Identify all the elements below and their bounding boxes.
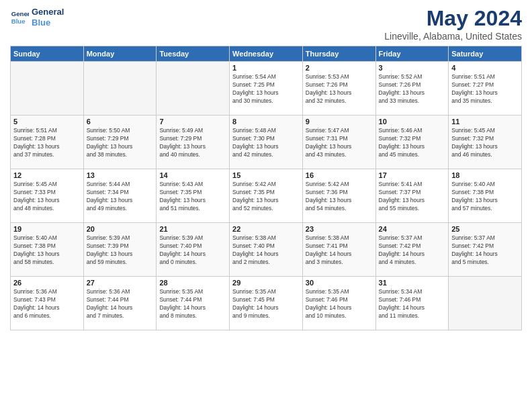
day-number: 10 bbox=[379, 118, 446, 126]
day-number: 26 bbox=[13, 279, 81, 287]
calendar-cell: 16Sunrise: 5:42 AMSunset: 7:36 PMDayligh… bbox=[302, 169, 375, 223]
calendar-cell: 23Sunrise: 5:38 AMSunset: 7:41 PMDayligh… bbox=[302, 223, 375, 277]
logo-general: General bbox=[32, 7, 64, 17]
column-header-friday: Friday bbox=[375, 46, 449, 62]
day-detail: Sunrise: 5:49 AMSunset: 7:29 PMDaylight:… bbox=[159, 127, 226, 159]
day-number: 29 bbox=[232, 279, 300, 287]
day-detail: Sunrise: 5:39 AMSunset: 7:40 PMDaylight:… bbox=[159, 234, 226, 267]
calendar-cell: 26Sunrise: 5:36 AMSunset: 7:43 PMDayligh… bbox=[11, 277, 84, 330]
calendar-table: SundayMondayTuesdayWednesdayThursdayFrid… bbox=[10, 46, 522, 330]
day-detail: Sunrise: 5:42 AMSunset: 7:35 PMDaylight:… bbox=[232, 181, 300, 213]
day-number: 22 bbox=[232, 225, 300, 233]
main-title: May 2024 bbox=[384, 7, 522, 30]
day-number: 9 bbox=[306, 118, 373, 126]
day-number: 20 bbox=[87, 225, 154, 233]
day-detail: Sunrise: 5:42 AMSunset: 7:36 PMDaylight:… bbox=[306, 181, 373, 213]
day-number: 15 bbox=[232, 171, 300, 179]
day-number: 3 bbox=[379, 64, 446, 72]
day-number: 23 bbox=[306, 225, 373, 233]
day-number: 7 bbox=[159, 118, 226, 126]
day-detail: Sunrise: 5:45 AMSunset: 7:33 PMDaylight:… bbox=[13, 181, 81, 213]
calendar-cell bbox=[11, 62, 84, 116]
day-detail: Sunrise: 5:47 AMSunset: 7:31 PMDaylight:… bbox=[306, 127, 373, 159]
calendar-week-row: 1Sunrise: 5:54 AMSunset: 7:25 PMDaylight… bbox=[11, 62, 522, 116]
day-number: 13 bbox=[87, 171, 154, 179]
day-detail: Sunrise: 5:37 AMSunset: 7:42 PMDaylight:… bbox=[379, 234, 446, 267]
day-detail: Sunrise: 5:35 AMSunset: 7:45 PMDaylight:… bbox=[232, 288, 300, 320]
header: General Blue General Blue May 2024 Linev… bbox=[10, 7, 522, 42]
logo: General Blue General Blue bbox=[10, 7, 64, 28]
day-detail: Sunrise: 5:40 AMSunset: 7:38 PMDaylight:… bbox=[13, 234, 81, 267]
day-number: 27 bbox=[87, 279, 154, 287]
day-detail: Sunrise: 5:35 AMSunset: 7:46 PMDaylight:… bbox=[306, 288, 373, 320]
calendar-cell: 11Sunrise: 5:45 AMSunset: 7:32 PMDayligh… bbox=[449, 116, 522, 169]
column-header-wednesday: Wednesday bbox=[230, 46, 303, 62]
day-detail: Sunrise: 5:38 AMSunset: 7:41 PMDaylight:… bbox=[306, 234, 373, 267]
calendar-week-row: 26Sunrise: 5:36 AMSunset: 7:43 PMDayligh… bbox=[11, 277, 522, 330]
day-number: 4 bbox=[451, 64, 519, 72]
day-number: 17 bbox=[379, 171, 446, 179]
day-number: 1 bbox=[232, 64, 300, 72]
day-number: 30 bbox=[306, 279, 373, 287]
day-detail: Sunrise: 5:48 AMSunset: 7:30 PMDaylight:… bbox=[232, 127, 300, 159]
title-block: May 2024 Lineville, Alabama, United Stat… bbox=[384, 7, 522, 42]
day-detail: Sunrise: 5:34 AMSunset: 7:46 PMDaylight:… bbox=[379, 288, 446, 320]
day-number: 2 bbox=[306, 64, 373, 72]
calendar-cell: 22Sunrise: 5:38 AMSunset: 7:40 PMDayligh… bbox=[230, 223, 303, 277]
calendar-cell: 15Sunrise: 5:42 AMSunset: 7:35 PMDayligh… bbox=[230, 169, 303, 223]
day-number: 28 bbox=[159, 279, 226, 287]
calendar-cell: 5Sunrise: 5:51 AMSunset: 7:28 PMDaylight… bbox=[11, 116, 84, 169]
calendar-cell bbox=[83, 62, 157, 116]
calendar-cell: 4Sunrise: 5:51 AMSunset: 7:27 PMDaylight… bbox=[449, 62, 522, 116]
day-detail: Sunrise: 5:36 AMSunset: 7:43 PMDaylight:… bbox=[13, 288, 81, 320]
day-detail: Sunrise: 5:38 AMSunset: 7:40 PMDaylight:… bbox=[232, 234, 300, 267]
calendar-cell: 20Sunrise: 5:39 AMSunset: 7:39 PMDayligh… bbox=[83, 223, 157, 277]
calendar-cell bbox=[157, 62, 230, 116]
calendar-cell: 14Sunrise: 5:43 AMSunset: 7:35 PMDayligh… bbox=[157, 169, 230, 223]
day-detail: Sunrise: 5:35 AMSunset: 7:44 PMDaylight:… bbox=[159, 288, 226, 320]
calendar-cell bbox=[449, 277, 522, 330]
day-number: 16 bbox=[306, 171, 373, 179]
calendar-cell: 7Sunrise: 5:49 AMSunset: 7:29 PMDaylight… bbox=[157, 116, 230, 169]
subtitle: Lineville, Alabama, United States bbox=[384, 31, 522, 42]
column-header-tuesday: Tuesday bbox=[157, 46, 230, 62]
day-detail: Sunrise: 5:36 AMSunset: 7:44 PMDaylight:… bbox=[87, 288, 154, 320]
calendar-cell: 2Sunrise: 5:53 AMSunset: 7:26 PMDaylight… bbox=[302, 62, 375, 116]
calendar-week-row: 5Sunrise: 5:51 AMSunset: 7:28 PMDaylight… bbox=[11, 116, 522, 169]
day-detail: Sunrise: 5:41 AMSunset: 7:37 PMDaylight:… bbox=[379, 181, 446, 213]
day-detail: Sunrise: 5:52 AMSunset: 7:26 PMDaylight:… bbox=[379, 73, 446, 105]
day-detail: Sunrise: 5:46 AMSunset: 7:32 PMDaylight:… bbox=[379, 127, 446, 159]
day-number: 18 bbox=[451, 171, 519, 179]
day-number: 14 bbox=[159, 171, 226, 179]
calendar-cell: 9Sunrise: 5:47 AMSunset: 7:31 PMDaylight… bbox=[302, 116, 375, 169]
day-detail: Sunrise: 5:39 AMSunset: 7:39 PMDaylight:… bbox=[87, 234, 154, 267]
calendar-cell: 21Sunrise: 5:39 AMSunset: 7:40 PMDayligh… bbox=[157, 223, 230, 277]
day-detail: Sunrise: 5:37 AMSunset: 7:42 PMDaylight:… bbox=[451, 234, 519, 267]
logo-icon: General Blue bbox=[10, 8, 29, 27]
calendar-cell: 30Sunrise: 5:35 AMSunset: 7:46 PMDayligh… bbox=[302, 277, 375, 330]
day-number: 19 bbox=[13, 225, 81, 233]
calendar-cell: 27Sunrise: 5:36 AMSunset: 7:44 PMDayligh… bbox=[83, 277, 157, 330]
calendar-header-row: SundayMondayTuesdayWednesdayThursdayFrid… bbox=[11, 46, 522, 62]
day-number: 6 bbox=[87, 118, 154, 126]
calendar-cell: 25Sunrise: 5:37 AMSunset: 7:42 PMDayligh… bbox=[449, 223, 522, 277]
day-number: 21 bbox=[159, 225, 226, 233]
calendar-cell: 24Sunrise: 5:37 AMSunset: 7:42 PMDayligh… bbox=[375, 223, 449, 277]
calendar-week-row: 19Sunrise: 5:40 AMSunset: 7:38 PMDayligh… bbox=[11, 223, 522, 277]
day-number: 11 bbox=[451, 118, 519, 126]
day-number: 24 bbox=[379, 225, 446, 233]
day-detail: Sunrise: 5:40 AMSunset: 7:38 PMDaylight:… bbox=[451, 181, 519, 213]
calendar-cell: 29Sunrise: 5:35 AMSunset: 7:45 PMDayligh… bbox=[230, 277, 303, 330]
day-detail: Sunrise: 5:43 AMSunset: 7:35 PMDaylight:… bbox=[159, 181, 226, 213]
calendar-cell: 3Sunrise: 5:52 AMSunset: 7:26 PMDaylight… bbox=[375, 62, 449, 116]
svg-text:General: General bbox=[11, 10, 29, 17]
day-number: 31 bbox=[379, 279, 446, 287]
day-detail: Sunrise: 5:51 AMSunset: 7:28 PMDaylight:… bbox=[13, 127, 81, 159]
calendar-cell: 10Sunrise: 5:46 AMSunset: 7:32 PMDayligh… bbox=[375, 116, 449, 169]
calendar-cell: 6Sunrise: 5:50 AMSunset: 7:29 PMDaylight… bbox=[83, 116, 157, 169]
calendar-week-row: 12Sunrise: 5:45 AMSunset: 7:33 PMDayligh… bbox=[11, 169, 522, 223]
column-header-thursday: Thursday bbox=[302, 46, 375, 62]
day-detail: Sunrise: 5:53 AMSunset: 7:26 PMDaylight:… bbox=[306, 73, 373, 105]
day-detail: Sunrise: 5:50 AMSunset: 7:29 PMDaylight:… bbox=[87, 127, 154, 159]
column-header-monday: Monday bbox=[83, 46, 157, 62]
